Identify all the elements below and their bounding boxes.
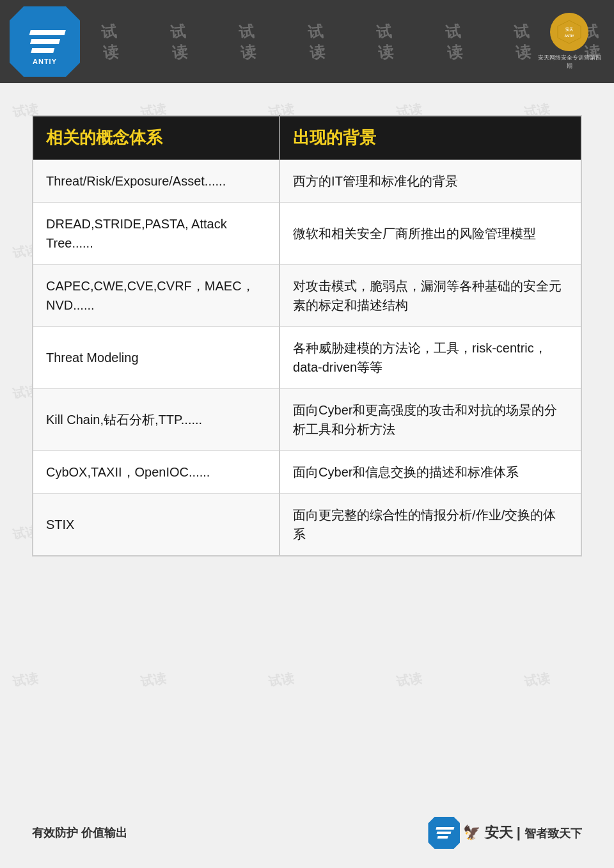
top-right-logo-inner: 安天 ANTIY 安天网络安全专训营第四期 — [537, 10, 601, 74]
footer-brand-suffix: 智者致天下 — [524, 827, 582, 840]
table-cell-col1: STIX — [33, 494, 279, 556]
table-cell-col2: 微软和相关安全厂商所推出的风险管理模型 — [279, 203, 581, 265]
hw-2: 试读 — [169, 20, 203, 63]
table-cell-col1: Kill Chain,钻石分析,TTP...... — [33, 389, 279, 451]
footer-brand: 🦅 安天 | 智者致天下 — [463, 823, 582, 842]
table-cell-col1: Threat/Risk/Exposure/Asset...... — [33, 160, 279, 203]
logo-line-3 — [31, 48, 54, 53]
svg-text:安天: 安天 — [565, 27, 574, 31]
table-row: DREAD,STRIDE,PASTA, Attack Tree......微软和… — [33, 203, 581, 265]
header: ANTIY 试读 试读 试读 试读 试读 试读 试读 试读 安天 ANTIY 安… — [0, 0, 614, 83]
footer-brand-separator: | — [517, 825, 521, 840]
table-cell-col1: Threat Modeling — [33, 327, 279, 389]
hw-6: 试读 — [445, 20, 478, 63]
logo-line-2 — [29, 39, 59, 44]
svg-text:ANTIY: ANTIY — [565, 34, 575, 38]
table-row: STIX面向更完整的综合性的情报分析/作业/交换的体系 — [33, 494, 581, 556]
logo-lines — [24, 30, 66, 53]
table-cell-col1: CybOX,TAXII，OpenIOC...... — [33, 451, 279, 494]
antiy-circle: 安天 ANTIY — [550, 13, 588, 51]
footer-logo-icon — [428, 817, 460, 849]
fll-1 — [436, 827, 455, 830]
col1-header: 相关的概念体系 — [33, 116, 279, 160]
footer-brand-chinese: 安天 — [485, 825, 513, 840]
hw-3: 试读 — [238, 20, 272, 63]
main-content: 相关的概念体系 出现的背景 Threat/Risk/Exposure/Asset… — [0, 83, 614, 576]
header-watermarks: 试读 试读 试读 试读 试读 试读 试读 试读 — [83, 0, 614, 83]
table-cell-col2: 面向Cyber和更高强度的攻击和对抗的场景的分析工具和分析方法 — [279, 389, 581, 451]
hw-5: 试读 — [375, 20, 409, 63]
footer-slogan: 有效防护 价值输出 — [32, 825, 127, 840]
table-cell-col2: 对攻击模式，脆弱点，漏洞等各种基础的安全元素的标定和描述结构 — [279, 265, 581, 327]
table-row: Threat Modeling各种威胁建模的方法论，工具，risk-centri… — [33, 327, 581, 389]
table-cell-col1: CAPEC,CWE,CVE,CVRF，MAEC，NVD...... — [33, 265, 279, 327]
bwm-24: 试读 — [395, 670, 423, 691]
table-row: Threat/Risk/Exposure/Asset......西方的IT管理和… — [33, 160, 581, 203]
footer-brand-name: 🦅 — [463, 825, 480, 840]
col2-header: 出现的背景 — [279, 116, 581, 160]
footer-logo-lines — [434, 827, 455, 839]
bwm-23: 试读 — [267, 670, 295, 691]
table-header-row: 相关的概念体系 出现的背景 — [33, 116, 581, 160]
hw-1: 试读 — [100, 20, 134, 63]
table-row: CAPEC,CWE,CVE,CVRF，MAEC，NVD......对攻击模式，脆… — [33, 265, 581, 327]
bwm-25: 试读 — [523, 670, 551, 691]
fll-2 — [437, 832, 452, 834]
table-cell-col2: 西方的IT管理和标准化的背景 — [279, 160, 581, 203]
top-right-logo: 安天 ANTIY 安天网络安全专训营第四期 — [537, 10, 601, 74]
table-cell-col2: 面向更完整的综合性的情报分析/作业/交换的体系 — [279, 494, 581, 556]
logo-text: ANTIY — [33, 58, 57, 65]
bwm-22: 试读 — [139, 670, 168, 691]
table-row: CybOX,TAXII，OpenIOC......面向Cyber和信息交换的描述… — [33, 451, 581, 494]
table-cell-col1: DREAD,STRIDE,PASTA, Attack Tree...... — [33, 203, 279, 265]
table-cell-col2: 面向Cyber和信息交换的描述和标准体系 — [279, 451, 581, 494]
footer-logo: 🦅 安天 | 智者致天下 — [428, 817, 582, 849]
footer: 有效防护 价值输出 🦅 安天 | 智者致天下 — [32, 817, 582, 849]
svg-marker-0 — [558, 20, 581, 43]
logo-subtitle: 安天网络安全专训营第四期 — [537, 54, 601, 70]
fll-3 — [437, 836, 448, 839]
hw-4: 试读 — [307, 20, 341, 63]
table-row: Kill Chain,钻石分析,TTP......面向Cyber和更高强度的攻击… — [33, 389, 581, 451]
concept-table: 相关的概念体系 出现的背景 Threat/Risk/Exposure/Asset… — [32, 115, 582, 556]
logo-line-1 — [29, 30, 65, 35]
logo: ANTIY — [10, 6, 80, 77]
bwm-21: 试读 — [12, 670, 40, 691]
table-cell-col2: 各种威胁建模的方法论，工具，risk-centric，data-driven等等 — [279, 327, 581, 389]
